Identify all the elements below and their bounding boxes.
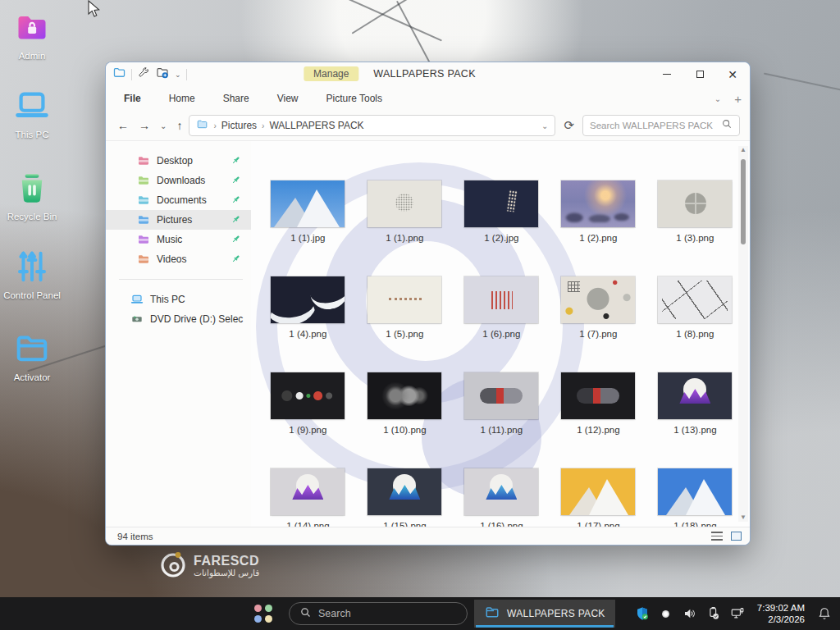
search-icon[interactable] xyxy=(721,118,733,133)
collapse-ribbon-chevron-icon[interactable]: ⌄ xyxy=(714,94,721,103)
file-thumbnail[interactable] xyxy=(658,180,732,227)
close-button[interactable]: ✕ xyxy=(727,69,738,80)
large-icons-view-icon[interactable] xyxy=(731,532,742,541)
tab-share[interactable]: Share xyxy=(223,93,249,104)
sidebar-item-dvd-drive[interactable]: DVD Drive (D:) Selec xyxy=(106,309,251,329)
taskbar-task-wallpapers-pack[interactable]: WALLPAPERS PACK xyxy=(474,600,615,628)
tab-picture-tools[interactable]: Picture Tools xyxy=(326,93,382,104)
file-item[interactable]: 1 (18).png xyxy=(646,468,743,527)
sidebar-item-desktop[interactable]: Desktop xyxy=(106,151,251,171)
file-item[interactable]: 1 (1).jpg xyxy=(259,180,356,276)
breadcrumb-segment-pictures[interactable]: Pictures xyxy=(221,120,257,131)
file-thumbnail[interactable] xyxy=(658,468,732,515)
file-item[interactable]: 1 (6).png xyxy=(453,276,550,372)
scroll-up-arrow-icon[interactable]: ▲ xyxy=(740,146,746,154)
sidebar-item-this-pc[interactable]: This PC xyxy=(106,290,251,309)
folder-search-input[interactable] xyxy=(590,121,716,130)
qat-chevron-down-icon[interactable]: ⌄ xyxy=(175,71,181,79)
file-thumbnail[interactable] xyxy=(464,468,538,515)
start-button[interactable] xyxy=(253,603,274,624)
sidebar-item-downloads[interactable]: Downloads xyxy=(106,171,251,190)
titlebar[interactable]: ⌄ Manage WALLPAPERS PACK ✕ xyxy=(106,62,750,86)
back-button[interactable]: ← xyxy=(117,119,129,132)
file-item[interactable]: 1 (12).png xyxy=(550,372,646,468)
file-thumbnail[interactable] xyxy=(464,372,538,419)
file-item[interactable]: 1 (8).png xyxy=(646,276,743,372)
taskbar-search-input[interactable] xyxy=(318,608,433,619)
file-item[interactable]: 1 (2).jpg xyxy=(453,180,550,276)
file-item[interactable]: 1 (17).png xyxy=(550,468,646,527)
notification-bell-icon[interactable] xyxy=(817,606,832,621)
new-folder-icon[interactable] xyxy=(155,66,170,83)
file-thumbnail[interactable] xyxy=(271,372,345,419)
file-item[interactable]: 1 (16).png xyxy=(453,468,550,527)
file-thumbnail[interactable] xyxy=(464,276,538,323)
file-item[interactable]: 1 (14).png xyxy=(259,468,356,527)
file-item[interactable]: 1 (15).png xyxy=(356,468,453,527)
sidebar-item-pictures[interactable]: Pictures xyxy=(106,210,251,230)
desktop-icon-control-panel[interactable]: Control Panel xyxy=(0,248,64,300)
tab-view[interactable]: View xyxy=(277,93,299,104)
manage-contextual-tab[interactable]: Manage xyxy=(304,66,358,81)
ribbon-plus-icon[interactable]: + xyxy=(734,92,742,106)
security-shield-icon[interactable] xyxy=(635,606,650,621)
file-item[interactable]: 1 (9).png xyxy=(259,372,356,468)
refresh-icon[interactable]: ⟳ xyxy=(562,118,576,133)
file-thumbnail[interactable] xyxy=(368,372,441,419)
up-button[interactable]: ↑ xyxy=(176,119,182,132)
file-item[interactable]: 1 (3).png xyxy=(646,180,743,276)
properties-wrench-icon[interactable] xyxy=(137,66,150,83)
forward-button[interactable]: → xyxy=(139,119,150,132)
sidebar-item-documents[interactable]: Documents xyxy=(106,190,251,210)
file-name: 1 (16).png xyxy=(453,521,550,527)
file-item[interactable]: 1 (1).png xyxy=(356,180,453,276)
file-name: 1 (8).png xyxy=(646,329,743,339)
tray-dot-icon[interactable] xyxy=(659,606,673,621)
tab-file[interactable]: File xyxy=(124,93,141,104)
scroll-down-arrow-icon[interactable]: ▼ xyxy=(740,514,746,522)
volume-icon[interactable] xyxy=(682,606,697,621)
file-thumbnail[interactable] xyxy=(271,276,345,323)
file-thumbnail[interactable] xyxy=(368,180,441,227)
file-item[interactable]: 1 (4).png xyxy=(259,276,356,372)
desktop-icon-label: Activator xyxy=(0,372,64,382)
file-thumbnail[interactable] xyxy=(658,372,732,419)
details-view-icon[interactable] xyxy=(711,532,723,541)
breadcrumb-segment-current[interactable]: WALLPAPERS PACK xyxy=(269,120,363,131)
file-item[interactable]: 1 (13).png xyxy=(646,372,743,468)
recent-locations-chevron-icon[interactable]: ⌄ xyxy=(160,121,167,130)
desktop-icon-activator[interactable]: Activator xyxy=(0,330,64,382)
address-bar[interactable]: › Pictures › WALLPAPERS PACK ⌄ xyxy=(189,115,555,136)
file-thumbnail[interactable] xyxy=(658,276,732,323)
file-thumbnail[interactable] xyxy=(368,468,441,515)
address-dropdown-chevron-icon[interactable]: ⌄ xyxy=(541,121,548,130)
safely-remove-hardware-icon[interactable] xyxy=(706,606,721,621)
scrollbar-thumb[interactable] xyxy=(741,159,746,244)
file-thumbnail[interactable] xyxy=(561,468,635,515)
desktop-icon-admin[interactable]: Admin xyxy=(0,10,64,61)
file-thumbnail[interactable] xyxy=(368,276,441,323)
file-item[interactable]: 1 (2).png xyxy=(550,180,646,276)
file-thumbnail[interactable] xyxy=(561,180,635,227)
network-display-icon[interactable] xyxy=(730,606,745,621)
file-item[interactable]: 1 (7).png xyxy=(550,276,646,372)
file-item[interactable]: 1 (5).png xyxy=(356,276,453,372)
file-thumbnail[interactable] xyxy=(464,180,538,227)
desktop-icon-this-pc[interactable]: This PC xyxy=(0,87,64,139)
folder-search-box[interactable] xyxy=(582,115,740,136)
taskbar-search-box[interactable] xyxy=(289,602,468,625)
file-thumbnail[interactable] xyxy=(271,180,345,227)
file-item[interactable]: 1 (11).png xyxy=(453,372,550,468)
sidebar-item-videos[interactable]: Videos xyxy=(106,249,251,269)
file-thumbnail[interactable] xyxy=(271,468,345,515)
desktop-icon-recycle-bin[interactable]: Recycle Bin xyxy=(0,169,64,221)
tab-home[interactable]: Home xyxy=(169,93,195,104)
file-item[interactable]: 1 (10).png xyxy=(356,372,453,468)
minimize-button[interactable] xyxy=(661,69,673,80)
file-thumbnail[interactable] xyxy=(561,372,635,419)
file-thumbnail[interactable] xyxy=(561,276,635,323)
sidebar-item-music[interactable]: Music xyxy=(106,230,251,249)
maximize-button[interactable] xyxy=(694,69,705,80)
taskbar-clock[interactable]: 7:39:02 AM 2/3/2026 xyxy=(754,602,808,626)
vertical-scrollbar[interactable]: ▲ ▼ xyxy=(738,146,748,522)
